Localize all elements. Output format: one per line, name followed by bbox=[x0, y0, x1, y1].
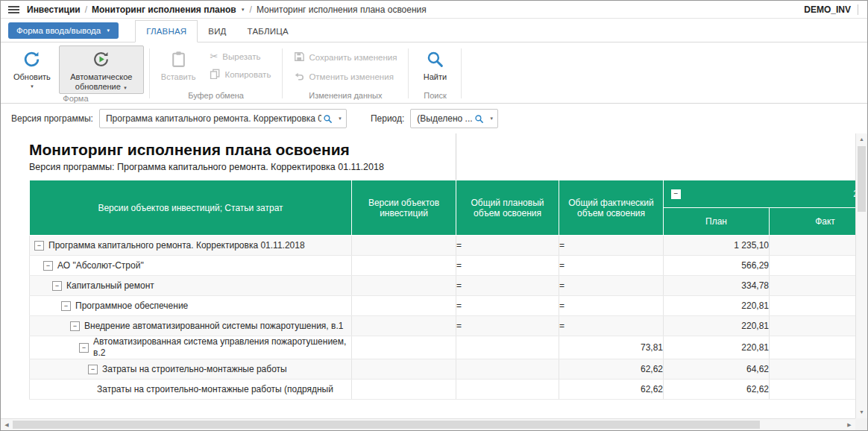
copy-button[interactable]: Копировать bbox=[207, 68, 274, 81]
collapse-icon[interactable]: − bbox=[34, 241, 44, 251]
paste-label: Вставить bbox=[161, 72, 196, 82]
breadcrumb-separator: / bbox=[250, 4, 252, 15]
user-name[interactable]: DEMO_INV bbox=[804, 4, 851, 15]
cut-button[interactable]: ✂ Вырезать bbox=[207, 51, 274, 62]
ribbon-group-search: Найти Поиск bbox=[410, 44, 459, 103]
collapse-icon[interactable]: − bbox=[88, 365, 98, 374]
total-plan-cell: = bbox=[456, 296, 559, 316]
ribbon-group-search-label: Поиск bbox=[410, 91, 459, 103]
row-label: Затраты на строительно-монтажные работы bbox=[102, 364, 287, 375]
total-plan-cell: = bbox=[456, 256, 559, 276]
total-plan-cell: = bbox=[456, 276, 559, 296]
table-row[interactable]: Затраты на строительно-монтажные работы … bbox=[30, 380, 856, 400]
chevron-down-icon[interactable]: ▼ bbox=[485, 116, 497, 121]
plan-2017-cell: 220,81 bbox=[664, 296, 770, 316]
collapse-icon[interactable]: − bbox=[70, 321, 80, 331]
collapse-year-icon[interactable]: − bbox=[671, 189, 681, 199]
plan-2017-cell: 64,62 bbox=[664, 359, 770, 380]
program-version-combobox[interactable]: Программа капитального ремонта. Корректи… bbox=[99, 109, 347, 128]
ribbon-tabs: ГЛАВНАЯ ВИД ТАБЛИЦА bbox=[135, 19, 299, 42]
copy-icon bbox=[210, 69, 220, 81]
table-row[interactable]: − Капитальный ремонт = = 334,78 187 bbox=[30, 276, 856, 296]
table-header-total-fact: Общий фактический объем освоения bbox=[559, 180, 664, 236]
breadcrumb: Инвестиции / Мониторинг исполнения плано… bbox=[27, 4, 427, 15]
chevron-down-icon[interactable]: ▼ bbox=[334, 116, 346, 121]
fact-2017-cell: 187 bbox=[770, 276, 856, 296]
refresh-icon bbox=[22, 50, 41, 71]
hamburger-menu-icon[interactable] bbox=[8, 6, 19, 13]
scroll-down-icon[interactable]: ▼ bbox=[856, 407, 867, 418]
table-header-plan: План bbox=[664, 208, 770, 236]
period-value: (Выделено ... bbox=[411, 113, 473, 124]
breadcrumb-item-investments[interactable]: Инвестиции bbox=[27, 4, 81, 15]
table-row[interactable]: − Автоматизированная система управления … bbox=[30, 336, 856, 359]
search-icon[interactable] bbox=[323, 114, 333, 124]
cut-label: Вырезать bbox=[222, 52, 260, 61]
total-fact-cell: = bbox=[559, 296, 664, 316]
chevron-down-icon: ▼ bbox=[106, 28, 110, 33]
refresh-button[interactable]: Обновить ▼ bbox=[7, 45, 57, 91]
scroll-right-icon[interactable]: ▶ bbox=[844, 419, 855, 430]
horizontal-scroll-thumb[interactable] bbox=[13, 421, 760, 429]
save-changes-button[interactable]: Сохранить изменения bbox=[291, 51, 400, 64]
row-label: Капитальный ремонт bbox=[66, 280, 154, 292]
undo-changes-button[interactable]: Отменить изменения bbox=[291, 70, 400, 84]
total-fact-cell: 73,81 bbox=[559, 336, 664, 359]
paste-button[interactable]: Вставить bbox=[155, 45, 202, 84]
collapse-icon[interactable]: − bbox=[43, 261, 53, 271]
breadcrumb-item-current: Мониторинг исполнения плана освоения bbox=[257, 4, 427, 15]
pivot-table: Версии объектов инвестиций; Статьи затра… bbox=[29, 180, 855, 400]
scroll-up-icon[interactable]: ▲ bbox=[856, 134, 867, 145]
table-row[interactable]: − АО "Абсолют-Строй" = = 566,29 418 bbox=[30, 256, 856, 276]
tab-bar: Форма ввода/вывода ▼ ГЛАВНАЯ ВИД ТАБЛИЦА bbox=[1, 19, 867, 43]
plan-2017-cell: 566,29 bbox=[664, 256, 770, 276]
copy-label: Копировать bbox=[224, 70, 271, 79]
save-changes-label: Сохранить изменения bbox=[309, 53, 397, 62]
find-label: Найти bbox=[424, 72, 447, 82]
table-header-total-plan: Общий плановый объем освоения bbox=[456, 180, 559, 236]
program-version-value: Программа капитального ремонта. Корректи… bbox=[100, 113, 321, 124]
fact-2017-cell: 62 bbox=[770, 359, 856, 380]
ribbon-group-form: Обновить ▼ Автоматическое обновление ▼ Ф… bbox=[4, 44, 148, 103]
fact-2017-cell: 418 bbox=[770, 256, 856, 276]
row-label: Внедрение автоматизированной системы пож… bbox=[84, 321, 343, 332]
row-label: АО "Абсолют-Строй" bbox=[57, 260, 144, 271]
chevron-down-icon: ▼ bbox=[123, 86, 128, 90]
pane-splitter[interactable] bbox=[456, 133, 456, 180]
collapse-icon[interactable]: − bbox=[79, 343, 89, 353]
chevron-down-icon[interactable]: ▼ bbox=[241, 7, 245, 12]
table-header-tree: Версии объектов инвестиций; Статьи затра… bbox=[30, 180, 352, 236]
ribbon-group-form-label: Форма bbox=[4, 94, 148, 106]
auto-refresh-toggle[interactable]: Автоматическое обновление ▼ bbox=[59, 45, 144, 94]
tab-table[interactable]: ТАБЛИЦА bbox=[237, 21, 299, 42]
collapse-icon[interactable]: − bbox=[52, 281, 62, 291]
tab-view[interactable]: ВИД bbox=[198, 21, 236, 42]
scroll-left-icon[interactable]: ◀ bbox=[1, 419, 12, 430]
table-header-versions: Версии объектов инвестиций bbox=[352, 180, 456, 236]
row-label: Затраты на строительно-монтажные работы … bbox=[97, 384, 333, 395]
total-fact-cell: = bbox=[559, 276, 664, 296]
scissors-icon: ✂ bbox=[210, 51, 218, 61]
auto-refresh-icon bbox=[92, 50, 110, 71]
collapse-icon[interactable]: − bbox=[61, 301, 71, 311]
find-button[interactable]: Найти bbox=[414, 45, 456, 84]
undo-changes-label: Отменить изменения bbox=[309, 72, 394, 81]
period-combobox[interactable]: (Выделено ... ▼ bbox=[410, 109, 498, 128]
breadcrumb-item-monitoring-plans[interactable]: Мониторинг исполнения планов bbox=[92, 4, 236, 15]
vertical-scroll-thumb[interactable] bbox=[858, 146, 866, 212]
table-row[interactable]: − Программа капитального ремонта. Коррек… bbox=[30, 236, 856, 256]
program-version-label: Версия программы: bbox=[11, 113, 93, 124]
horizontal-scrollbar[interactable]: ◀ ▶ bbox=[1, 418, 855, 430]
search-icon[interactable] bbox=[474, 114, 484, 124]
io-form-menu-button[interactable]: Форма ввода/вывода ▼ bbox=[8, 22, 119, 39]
table-row[interactable]: − Затраты на строительно-монтажные работ… bbox=[30, 359, 856, 380]
table-row[interactable]: − Внедрение автоматизированной системы п… bbox=[30, 316, 856, 336]
table-row[interactable]: − Программное обеспечение = = 220,81 73 bbox=[30, 296, 856, 316]
report-title: Мониторинг исполнения плана освоения bbox=[1, 133, 855, 160]
table-header-year-2017: − 2017 bbox=[664, 180, 856, 208]
ribbon-group-changes-label: Изменения данных bbox=[284, 91, 406, 103]
tab-main[interactable]: ГЛАВНАЯ bbox=[135, 20, 198, 43]
ribbon-group-clipboard-label: Буфер обмена bbox=[151, 91, 281, 103]
vertical-scrollbar[interactable]: ▲ ▼ bbox=[855, 133, 867, 418]
total-fact-cell: = bbox=[559, 316, 664, 336]
